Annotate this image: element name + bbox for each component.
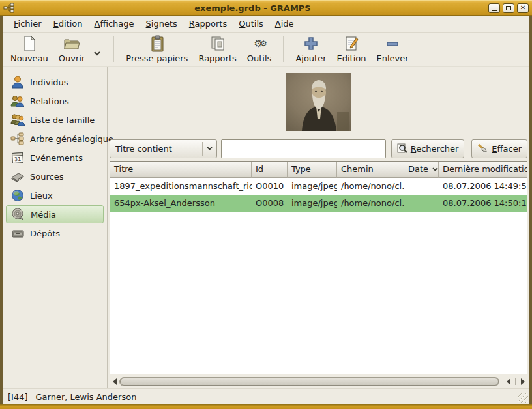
clear-button[interactable]: Effacer	[471, 139, 527, 158]
sidebar-item-liste-de-famille[interactable]: Liste de famille	[6, 111, 104, 129]
pedigree-icon	[10, 132, 25, 146]
sidebar-item-label: Arbre généalogique	[30, 134, 113, 144]
toolbar-rapports-button[interactable]: Rapports	[193, 33, 241, 64]
sidebar-item-lieux[interactable]: Lieux	[6, 186, 104, 204]
sidebar-item-arbre-genealogique[interactable]: Arbre généalogique	[6, 130, 104, 148]
toolbar-label: Nouveau	[10, 53, 48, 63]
active-person-id: [I44]	[8, 392, 28, 402]
scroll-arrows-divider	[515, 378, 516, 385]
toolbar-edition-button[interactable]: Edition	[332, 33, 372, 64]
menu-rapports[interactable]: Rapports	[183, 17, 233, 31]
cell-date	[404, 178, 439, 195]
close-button[interactable]: ✕	[517, 3, 529, 13]
calendar-icon: 31	[10, 150, 25, 165]
column-header-id[interactable]: Id	[252, 162, 288, 178]
book-icon	[10, 169, 25, 184]
menu-outils[interactable]: Outils	[233, 17, 269, 31]
menubar: Fichier Edition Affichage Signets Rappor…	[3, 16, 529, 33]
scrollbar-trough[interactable]	[119, 377, 499, 386]
search-icon	[397, 143, 408, 154]
plus-icon	[303, 35, 319, 52]
sidebar-item-label: Individus	[30, 78, 68, 87]
sidebar-item-depots[interactable]: Dépôts	[6, 224, 104, 242]
table-row-selected[interactable]: 654px-Aksel_Andersson O0008 image/jpeg /…	[110, 195, 527, 212]
toolbar-label: Enlever	[377, 53, 409, 63]
sidebar-item-label: Sources	[30, 172, 63, 182]
toolbar-enlever-button[interactable]: Enlever	[372, 33, 414, 64]
column-header-titre[interactable]: Titre	[110, 162, 252, 178]
cell-modification: 08.07.2006 14:50:13	[439, 195, 527, 212]
maximize-button[interactable]	[503, 3, 514, 13]
gears-icon: ⚙⚙	[254, 35, 264, 52]
menu-fichier[interactable]: Fichier	[8, 17, 48, 31]
toolbar-nouveau-button[interactable]: Nouveau	[5, 33, 53, 64]
globe-icon	[10, 188, 25, 203]
resize-grip[interactable]	[518, 393, 528, 403]
menu-signets[interactable]: Signets	[140, 17, 183, 31]
minus-icon	[385, 35, 400, 52]
toolbar-ajouter-button[interactable]: Ajouter	[290, 33, 331, 64]
toolbar-label: Ouvrir	[59, 53, 85, 63]
new-document-icon	[22, 35, 37, 52]
media-view: Titre contient Rechercher Effacer T	[108, 67, 529, 388]
search-button[interactable]: Rechercher	[391, 139, 465, 158]
chevron-down-icon	[202, 142, 216, 156]
toolbar-outils-button[interactable]: ⚙⚙ Outils	[242, 33, 277, 64]
repository-icon	[10, 226, 25, 240]
chevron-down-icon	[94, 51, 100, 56]
window-title: exemple.grdb - GRAMPS	[17, 3, 488, 13]
filter-bar: Titre contient Rechercher Effacer	[110, 139, 527, 158]
filter-field-value: Titre contient	[115, 144, 202, 154]
toolbar-label: Rapports	[198, 53, 236, 63]
category-sidebar: Individus Relations Liste de famille Arb…	[3, 67, 108, 388]
open-dropdown-arrow[interactable]	[89, 26, 106, 57]
cell-titre: 654px-Aksel_Andersson	[110, 195, 252, 212]
cell-chemin: /home/nono/cl...	[337, 178, 404, 195]
toolbar-label: Edition	[337, 53, 366, 63]
open-folder-icon	[63, 35, 81, 52]
horizontal-scrollbar	[110, 376, 527, 387]
toolbar-label: Outils	[247, 53, 272, 63]
cell-modification: 08.07.2006 14:49:51	[439, 178, 527, 195]
menu-edition[interactable]: Edition	[48, 17, 89, 31]
cell-titre: 1897_expeditionsmannschaft_rio_a	[110, 178, 252, 195]
column-header-type[interactable]: Type	[288, 162, 337, 178]
edit-icon	[344, 35, 359, 52]
scroll-right-button[interactable]	[518, 376, 527, 387]
filter-field-dropdown[interactable]: Titre contient	[110, 139, 217, 158]
search-input[interactable]	[221, 139, 386, 158]
statusbar: [I44] Garner, Lewis Anderson	[3, 388, 529, 404]
svg-text:31: 31	[14, 156, 22, 163]
sidebar-item-sources[interactable]: Sources	[6, 167, 104, 186]
person-icon	[10, 75, 25, 89]
column-header-chemin[interactable]: Chemin	[337, 162, 404, 178]
sidebar-item-label: Lieux	[30, 191, 53, 201]
toolbar-separator	[113, 36, 114, 62]
menu-aide[interactable]: Aide	[269, 17, 300, 31]
toolbar-label: Presse-papiers	[126, 53, 188, 63]
table-empty-area	[110, 212, 527, 374]
sidebar-item-media[interactable]: Média	[6, 205, 104, 223]
column-header-date[interactable]: Date	[404, 162, 439, 178]
sidebar-item-individus[interactable]: Individus	[6, 73, 104, 91]
minimize-button[interactable]	[488, 3, 500, 13]
table-row[interactable]: 1897_expeditionsmannschaft_rio_a O0010 i…	[110, 178, 527, 195]
sidebar-item-label: Evénements	[30, 153, 83, 163]
scroll-left-button-end[interactable]	[503, 376, 513, 387]
toolbar-presse-papiers-button[interactable]: Presse-papiers	[121, 33, 193, 64]
toolbar-ouvrir-button[interactable]: Ouvrir	[53, 33, 90, 64]
search-button-label: Rechercher	[411, 144, 459, 154]
scrollbar-thumb[interactable]	[120, 378, 499, 386]
media-table: Titre Id Type Chemin Date Dernière modif…	[110, 161, 527, 374]
media-preview-photo	[286, 73, 351, 131]
sidebar-item-evenements[interactable]: 31 Evénements	[6, 148, 104, 167]
column-header-derniere-modification[interactable]: Dernière modification	[439, 162, 527, 178]
scroll-left-button[interactable]	[110, 376, 119, 387]
titlebar[interactable]: exemple.grdb - GRAMPS ✕	[0, 0, 532, 16]
reports-icon	[209, 35, 226, 52]
sidebar-item-relations[interactable]: Relations	[6, 92, 104, 110]
sidebar-item-label: Dépôts	[30, 229, 60, 238]
sort-indicator-icon	[432, 167, 438, 171]
active-person-name: Garner, Lewis Anderson	[36, 392, 137, 402]
content-area: Individus Relations Liste de famille Arb…	[3, 67, 529, 388]
